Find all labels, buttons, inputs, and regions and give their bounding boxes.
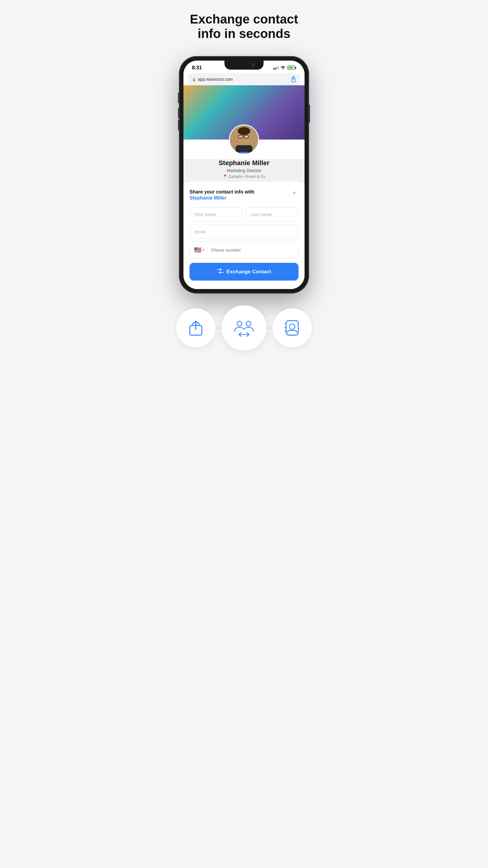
browser-url: 🔒 app.wavecnct.com: [192, 77, 233, 82]
browser-bar[interactable]: 🔒 app.wavecnct.com: [188, 73, 300, 85]
phone-screen: 8:31: [184, 61, 304, 289]
profile-header: PRO: [184, 85, 304, 140]
name-row: [190, 207, 298, 221]
browser-share-button[interactable]: [291, 76, 296, 83]
profile-info: Stephanie Miller Marketing Director 📍 Ca…: [184, 159, 304, 185]
email-row: [190, 224, 298, 239]
signal-icon: [273, 66, 279, 70]
page-title: Exchange contact info in seconds: [190, 12, 298, 41]
location-pin-icon: 📍: [223, 174, 227, 179]
svg-rect-5: [238, 135, 243, 138]
pro-badge: PRO: [238, 152, 249, 155]
flag-emoji: 🇺🇸: [194, 246, 201, 253]
exchange-contact-button[interactable]: Exchange Contact: [190, 263, 298, 281]
url-text: app.wavecnct.com: [198, 77, 233, 82]
svg-rect-6: [244, 135, 249, 138]
contact-icon-circle[interactable]: [272, 308, 312, 347]
notch: [224, 61, 264, 70]
profile-location: 📍 Canada • Event & Co: [190, 174, 298, 179]
status-icons: [273, 66, 296, 70]
first-name-input[interactable]: [190, 207, 242, 221]
phone-row: 🇺🇸 ▾: [190, 242, 298, 258]
phone-divider: [207, 247, 207, 253]
modal-card: Share your contact info with Stephanie M…: [184, 182, 304, 289]
svg-rect-13: [286, 321, 298, 335]
modal-title-block: Share your contact info with Stephanie M…: [190, 189, 254, 202]
exchange-button-label: Exchange Contact: [227, 269, 271, 275]
lock-icon: 🔒: [192, 77, 196, 82]
contact-book-icon: [283, 319, 301, 337]
share-icon-circle[interactable]: [176, 308, 216, 347]
svg-point-12: [246, 321, 251, 326]
modal-close-button[interactable]: ×: [290, 189, 298, 197]
profile-avatar: PRO: [229, 124, 259, 155]
phone-chevron-icon: ▾: [203, 248, 204, 252]
svg-point-14: [290, 324, 295, 330]
camera-dot: [252, 63, 255, 67]
profile-title: Marketing Director: [190, 168, 298, 173]
bottom-icons-row: [6, 305, 482, 350]
battery-icon: [287, 66, 296, 70]
exchange-icon: [217, 268, 224, 275]
phone-number-input[interactable]: [209, 243, 298, 257]
modal-contact-name: Stephanie Miller: [190, 195, 254, 201]
last-name-input[interactable]: [246, 207, 298, 221]
phone-frame: 8:31: [179, 56, 309, 293]
phone-flag-selector[interactable]: 🇺🇸 ▾: [190, 242, 207, 258]
people-exchange-icon: [233, 317, 255, 338]
profile-name: Stephanie Miller: [190, 159, 298, 167]
status-time: 8:31: [192, 65, 202, 71]
email-input[interactable]: [190, 224, 298, 239]
svg-point-11: [237, 321, 242, 326]
modal-header: Share your contact info with Stephanie M…: [190, 189, 298, 202]
modal-title: Share your contact info with: [190, 189, 254, 195]
share-icon: [187, 319, 205, 337]
svg-point-0: [283, 69, 283, 69]
wifi-icon: [281, 66, 286, 70]
exchange-icon-circle[interactable]: [221, 305, 267, 350]
profile-avatar-wrap: PRO: [229, 124, 259, 155]
svg-point-4: [238, 127, 250, 135]
